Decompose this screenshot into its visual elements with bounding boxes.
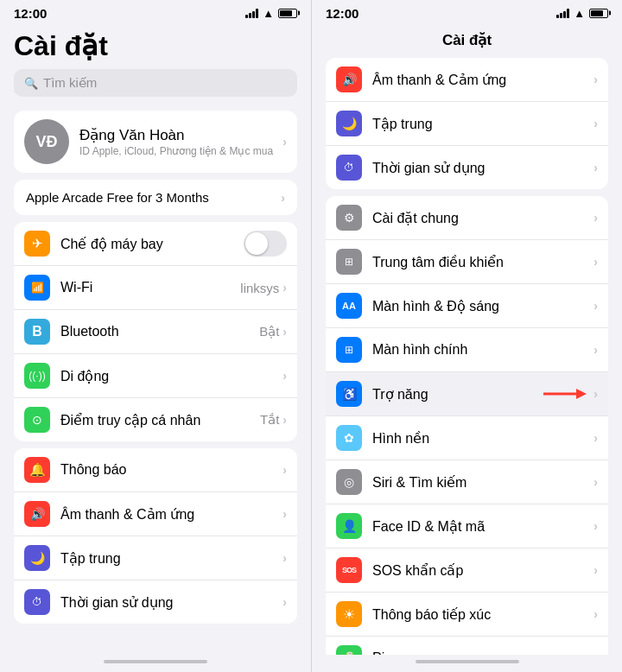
screentime-icon: ⏱ [24,589,50,615]
right-top-section: 🔊 Âm thanh & Cảm ứng › 🌙 Tập trung › ⏱ T… [326,58,608,189]
right-scroll[interactable]: 🔊 Âm thanh & Cảm ứng › 🌙 Tập trung › ⏱ T… [312,54,622,655]
right-siri-row[interactable]: ◎ Siri & Tìm kiếm › [326,460,608,504]
wifi-value: linksys [240,281,279,295]
right-wallpaper-label: Hình nền [372,430,593,447]
right-wallpaper-chevron: › [593,431,598,445]
right-main-section: ⚙ Cài đặt chung › ⊞ Trung tâm điều khiển… [326,196,608,655]
right-display-chevron: › [593,299,598,313]
right-panel: 12:00 ▲ Cài đặt 🔊 Âm thanh & Cảm ứng › [311,0,622,672]
right-accessibility-icon: ♿ [336,381,362,407]
right-faceid-chevron: › [593,519,598,533]
right-control-row[interactable]: ⊞ Trung tâm điều khiển › [326,240,608,284]
right-wallpaper-row[interactable]: ✿ Hình nền › [326,416,608,460]
focus-row[interactable]: 🌙 Tập trung › [14,536,297,580]
right-page-title: Cài đặt [312,24,622,54]
right-focus-chevron: › [593,117,598,130]
right-exposure-chevron: › [593,607,598,621]
bluetooth-row[interactable]: B Bluetooth Bật › [14,310,297,354]
search-bar[interactable]: 🔍 Tìm kiếm [14,69,297,97]
right-time: 12:00 [326,6,359,21]
left-status-bar: 12:00 ▲ [0,0,311,24]
right-focus-label: Tập trung [372,116,593,132]
right-screentime-label: Thời gian sử dụng [372,160,593,176]
right-focus-row[interactable]: 🌙 Tập trung › [326,102,608,146]
wifi-label: Wi-Fi [60,280,240,295]
right-exposure-icon: ☀ [336,601,362,627]
left-home-indicator [0,655,311,672]
hotspot-label: Điểm truy cập cá nhân [60,412,260,428]
user-name: Đặng Văn Hoàn [79,126,282,144]
left-scroll[interactable]: VĐ Đặng Văn Hoàn ID Apple, iCloud, Phươn… [0,104,311,655]
right-homescreen-chevron: › [593,343,598,357]
cellular-row[interactable]: ((·)) Di động › [14,354,297,398]
right-control-chevron: › [593,255,598,269]
right-sos-row[interactable]: SOS SOS khẩn cấp › [326,548,608,593]
focus-label: Tập trung [60,550,282,567]
arcade-section: Apple Arcade Free for 3 Months › [14,180,297,215]
right-battery-row[interactable]: 🔋 Pin › [326,637,608,655]
airplane-row[interactable]: ✈ Chế độ máy bay [14,222,297,266]
wifi-icon: ▲ [263,7,274,20]
right-siri-chevron: › [593,475,598,489]
right-screentime-chevron: › [593,161,598,174]
bluetooth-icon: B [24,319,50,345]
notifications-row[interactable]: 🔔 Thông báo › [14,448,297,492]
right-siri-label: Siri & Tìm kiếm [372,474,593,491]
right-battery-settings-icon: 🔋 [336,645,362,655]
left-header: Cài đặt [0,24,311,66]
user-subtitle: ID Apple, iCloud, Phương tiện & Mục mua [79,145,282,157]
arcade-chevron: › [281,191,285,205]
bluetooth-chevron: › [282,325,287,339]
bluetooth-label: Bluetooth [60,324,259,339]
right-siri-icon: ◎ [336,469,362,495]
right-sounds-row[interactable]: 🔊 Âm thanh & Cảm ứng › [326,58,608,102]
right-homescreen-row[interactable]: ⊞ Màn hình chính › [326,328,608,372]
sounds-label: Âm thanh & Cảm ứng [60,506,282,523]
wifi-row[interactable]: 📶 Wi-Fi linksys › [14,266,297,310]
right-accessibility-row[interactable]: ♿ Trợ năng › [326,372,608,416]
right-display-icon: AA [336,293,362,319]
right-exposure-label: Thông báo tiếp xúc [372,606,593,623]
user-chevron: › [282,135,287,149]
search-icon: 🔍 [24,77,38,90]
right-focus-icon: 🌙 [336,111,362,136]
left-status-icons: ▲ [245,7,297,20]
focus-chevron: › [282,551,287,565]
right-wifi-icon: ▲ [574,7,585,20]
right-sos-icon: SOS [336,557,362,583]
right-faceid-row[interactable]: 👤 Face ID & Mật mã › [326,504,608,548]
airplane-toggle[interactable] [244,231,287,257]
right-wallpaper-icon: ✿ [336,425,362,451]
right-general-label: Cài đặt chung [372,210,593,226]
right-status-bar: 12:00 ▲ [312,0,622,24]
user-section: VĐ Đặng Văn Hoàn ID Apple, iCloud, Phươn… [14,111,297,173]
left-time: 12:00 [14,6,47,21]
right-faceid-icon: 👤 [336,513,362,539]
right-general-row[interactable]: ⚙ Cài đặt chung › [326,196,608,240]
arcade-row[interactable]: Apple Arcade Free for 3 Months › [14,180,297,215]
right-sounds-label: Âm thanh & Cảm ứng [372,72,593,88]
hotspot-chevron: › [282,413,287,427]
right-exposure-row[interactable]: ☀ Thông báo tiếp xúc › [326,593,608,637]
hotspot-row[interactable]: ⊙ Điểm truy cập cá nhân Tắt › [14,398,297,441]
right-sounds-chevron: › [593,73,598,86]
screentime-chevron: › [282,595,287,609]
notifications-section: 🔔 Thông báo › 🔊 Âm thanh & Cảm ứng › 🌙 T… [14,448,297,624]
left-page-title: Cài đặt [14,29,297,62]
hotspot-value: Tắt [260,412,279,428]
right-sos-chevron: › [593,563,598,577]
connectivity-section: ✈ Chế độ máy bay 📶 Wi-Fi linksys › B Blu… [14,222,297,441]
right-screentime-row[interactable]: ⏱ Thời gian sử dụng › [326,146,608,189]
right-signal-icon [556,9,569,18]
focus-icon: 🌙 [24,545,50,571]
right-home-indicator [312,655,622,672]
right-display-row[interactable]: AA Màn hình & Độ sáng › [326,284,608,328]
sounds-row[interactable]: 🔊 Âm thanh & Cảm ứng › [14,492,297,536]
user-row[interactable]: VĐ Đặng Văn Hoàn ID Apple, iCloud, Phươn… [14,111,297,173]
sounds-icon: 🔊 [24,501,50,527]
notifications-icon: 🔔 [24,457,50,483]
right-battery-icon [589,9,608,18]
arcade-label: Apple Arcade Free for 3 Months [26,190,281,205]
screentime-row[interactable]: ⏱ Thời gian sử dụng › [14,580,297,624]
search-placeholder: Tìm kiếm [43,75,97,91]
